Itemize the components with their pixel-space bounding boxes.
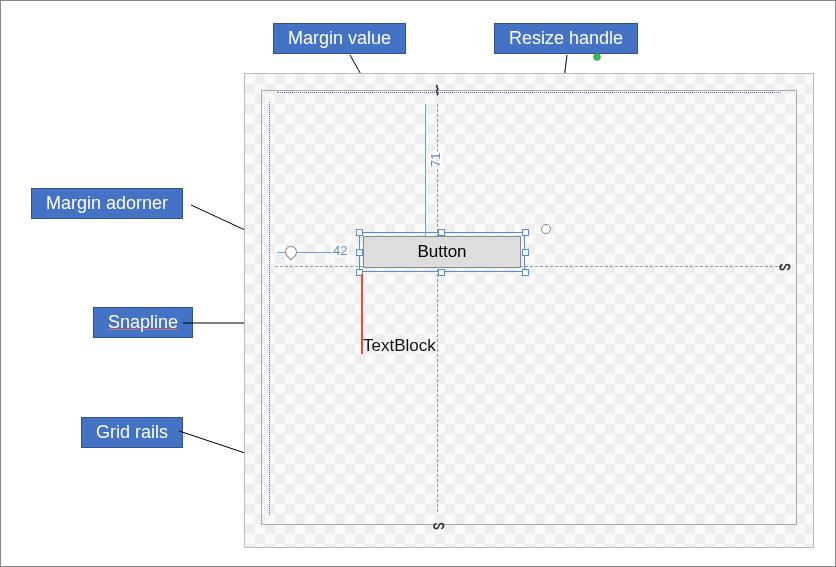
grid-row-line[interactable] — [275, 266, 783, 267]
margin-value-top: 71 — [428, 151, 443, 169]
designer-surface[interactable]: ⌇ ᔕ ᔕ 71 42 Button TextBlock — [244, 73, 814, 548]
handle-nw[interactable] — [356, 229, 363, 236]
margin-line-top — [425, 104, 426, 236]
handle-s[interactable] — [438, 269, 445, 276]
designer-button[interactable]: Button — [363, 236, 521, 268]
margin-value-left: 42 — [331, 243, 349, 258]
designer-textblock[interactable]: TextBlock — [363, 336, 436, 356]
handle-e[interactable] — [522, 249, 529, 256]
content-frame — [261, 90, 797, 525]
grid-rail-horizontal[interactable] — [277, 92, 781, 93]
handle-w[interactable] — [356, 249, 363, 256]
grid-col-splitter-top-icon[interactable]: ⌇ — [434, 84, 440, 97]
handle-n[interactable] — [438, 229, 445, 236]
handle-se[interactable] — [522, 269, 529, 276]
handle-ne[interactable] — [522, 229, 529, 236]
grid-rail-vertical[interactable] — [269, 102, 270, 515]
svg-point-5 — [594, 54, 601, 61]
grid-row-splitter-right-icon[interactable]: ᔕ — [779, 259, 791, 272]
grid-col-splitter-bottom-icon[interactable]: ᔕ — [433, 518, 445, 531]
resize-handle[interactable] — [541, 224, 551, 234]
